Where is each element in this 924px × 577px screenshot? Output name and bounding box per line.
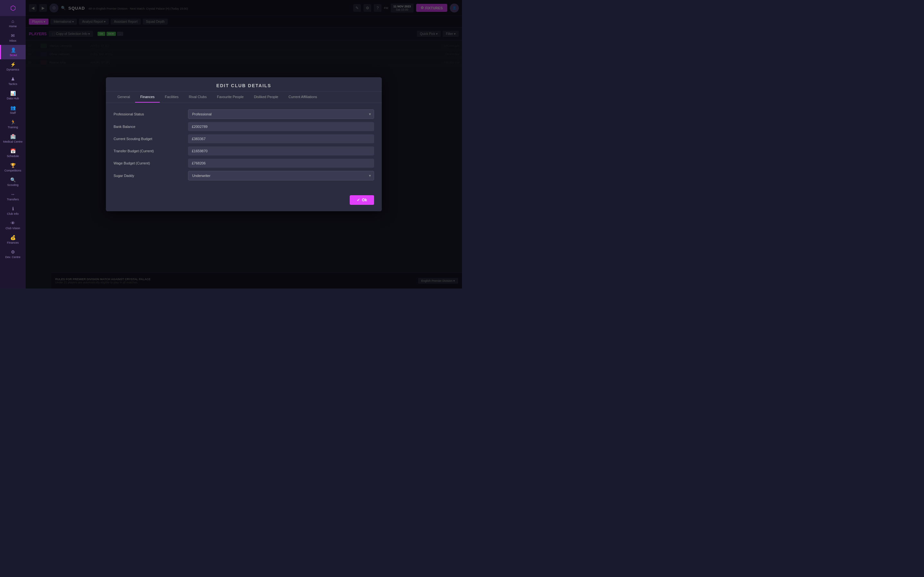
sidebar: ⬡ ⌂ Home ✉ Inbox 👤 Scout ⚡ Dynamics ♟ Ta… <box>0 0 26 288</box>
tab-general[interactable]: General <box>112 92 135 103</box>
transfer-budget-label: Transfer Budget (Current) <box>113 149 184 153</box>
sidebar-item-tactics[interactable]: ♟ Tactics <box>0 74 26 88</box>
bank-balance-label: Bank Balance <box>113 125 184 129</box>
sidebar-item-label: Training <box>8 126 18 129</box>
tab-finances[interactable]: Finances <box>135 92 160 103</box>
sidebar-item-label: Tactics <box>8 82 17 85</box>
sidebar-item-transfers[interactable]: ↔ Transfers <box>0 189 26 203</box>
sidebar-item-datahub[interactable]: 📊 Data Hub <box>0 88 26 103</box>
finances-icon: 💰 <box>10 235 16 240</box>
sidebar-item-label: Home <box>9 25 17 28</box>
transfer-budget-row: Transfer Budget (Current) <box>113 147 374 155</box>
ok-button[interactable]: ✓ Ok <box>350 195 374 205</box>
sugar-daddy-label: Sugar Daddy <box>113 174 184 177</box>
sidebar-item-finances[interactable]: 💰 Finances <box>0 232 26 247</box>
professional-status-row: Professional Status Professional Semi-Pr… <box>113 109 374 119</box>
sidebar-item-label: Inbox <box>9 39 16 42</box>
edit-club-modal: EDIT CLUB DETAILS General Finances Facil… <box>106 77 382 211</box>
sidebar-item-competitions[interactable]: 🏆 Competitions <box>0 160 26 175</box>
scouting-icon: 🔍 <box>10 177 16 182</box>
datahub-icon: 📊 <box>10 91 16 96</box>
competitions-icon: 🏆 <box>10 163 16 168</box>
modal-tabs: General Finances Facilities Rival Clubs … <box>106 92 382 103</box>
bank-balance-row: Bank Balance <box>113 122 374 131</box>
sidebar-item-scout[interactable]: 👤 Scout <box>0 45 26 59</box>
transfer-budget-input[interactable] <box>188 147 374 155</box>
sidebar-item-label: Dev. Centre <box>5 255 20 259</box>
sidebar-item-training[interactable]: 🏃 Training <box>0 117 26 131</box>
sidebar-item-label: Data Hub <box>7 97 19 100</box>
sidebar-item-label: Dynamics <box>6 68 19 71</box>
bank-balance-input[interactable] <box>188 122 374 131</box>
ok-label: Ok <box>362 198 367 202</box>
sidebar-item-label: Medical Centre <box>3 140 23 143</box>
sidebar-item-dynamics[interactable]: ⚡ Dynamics <box>0 59 26 74</box>
sugar-daddy-select-wrapper: None Benefactor Underwriter Sugar Daddy <box>188 171 374 181</box>
tab-facilities[interactable]: Facilities <box>160 92 184 103</box>
sidebar-item-label: Schedule <box>7 155 19 158</box>
scouting-budget-row: Current Scouting Budget <box>113 134 374 143</box>
modal-overlay: EDIT CLUB DETAILS General Finances Facil… <box>26 0 462 288</box>
clubinfo-icon: ℹ <box>12 206 14 211</box>
modal-title: EDIT CLUB DETAILS <box>106 77 382 92</box>
sidebar-item-label: Scout <box>10 53 17 57</box>
scouting-budget-input[interactable] <box>188 134 374 143</box>
wage-budget-input[interactable] <box>188 159 374 168</box>
sidebar-item-label: Staff <box>10 111 16 114</box>
main-area: ◀ ▶ ⬡ 🔍 SQUAD 4th in English Premier Div… <box>26 0 462 288</box>
sidebar-item-schedule[interactable]: 📅 Schedule <box>0 146 26 160</box>
sidebar-item-inbox[interactable]: ✉ Inbox <box>0 31 26 45</box>
modal-footer: ✓ Ok <box>106 190 382 211</box>
professional-status-select-wrapper: Professional Semi-Professional Amateur <box>188 109 374 119</box>
professional-status-select[interactable]: Professional Semi-Professional Amateur <box>188 109 374 119</box>
tab-rival-clubs[interactable]: Rival Clubs <box>184 92 212 103</box>
sugar-daddy-row: Sugar Daddy None Benefactor Underwriter … <box>113 171 374 181</box>
medical-icon: 🏥 <box>10 134 16 139</box>
sugar-daddy-select[interactable]: None Benefactor Underwriter Sugar Daddy <box>188 171 374 181</box>
schedule-icon: 📅 <box>10 148 16 153</box>
sidebar-item-medical[interactable]: 🏥 Medical Centre <box>0 131 26 146</box>
devcentre-icon: ⚙ <box>11 250 15 255</box>
inbox-icon: ✉ <box>11 33 15 38</box>
transfers-icon: ↔ <box>11 192 15 197</box>
training-icon: 🏃 <box>10 119 16 125</box>
sidebar-item-clubinfo[interactable]: ℹ Club Info <box>0 203 26 218</box>
sidebar-item-label: Club Info <box>7 212 19 215</box>
scouting-budget-label: Current Scouting Budget <box>113 137 184 141</box>
sidebar-item-label: Transfers <box>7 198 19 201</box>
dynamics-icon: ⚡ <box>10 62 16 67</box>
wage-budget-row: Wage Budget (Current) <box>113 159 374 168</box>
clubvision-icon: 👁 <box>11 221 15 226</box>
modal-body: Professional Status Professional Semi-Pr… <box>106 103 382 190</box>
sidebar-item-label: Competitions <box>5 169 21 172</box>
staff-icon: 👥 <box>10 105 16 110</box>
tab-disliked-people[interactable]: Disliked People <box>249 92 283 103</box>
sidebar-logo: ⬡ <box>0 0 26 16</box>
sidebar-item-label: Scouting <box>7 183 18 187</box>
checkmark-icon: ✓ <box>357 198 360 202</box>
sidebar-item-label: Finances <box>7 241 19 244</box>
tab-favourite-people[interactable]: Favourite People <box>212 92 249 103</box>
sidebar-item-staff[interactable]: 👥 Staff <box>0 103 26 117</box>
tactics-icon: ♟ <box>11 76 15 81</box>
professional-status-label: Professional Status <box>113 112 184 116</box>
home-icon: ⌂ <box>11 19 14 24</box>
sidebar-item-devcentre[interactable]: ⚙ Dev. Centre <box>0 247 26 261</box>
wage-budget-label: Wage Budget (Current) <box>113 161 184 165</box>
sidebar-item-home[interactable]: ⌂ Home <box>0 16 26 31</box>
sidebar-item-scouting[interactable]: 🔍 Scouting <box>0 175 26 189</box>
scout-icon: 👤 <box>11 47 16 53</box>
sidebar-item-clubvision[interactable]: 👁 Club Vision <box>0 218 26 232</box>
sidebar-item-label: Club Vision <box>5 227 20 230</box>
tab-current-affiliations[interactable]: Current Affiliations <box>283 92 322 103</box>
